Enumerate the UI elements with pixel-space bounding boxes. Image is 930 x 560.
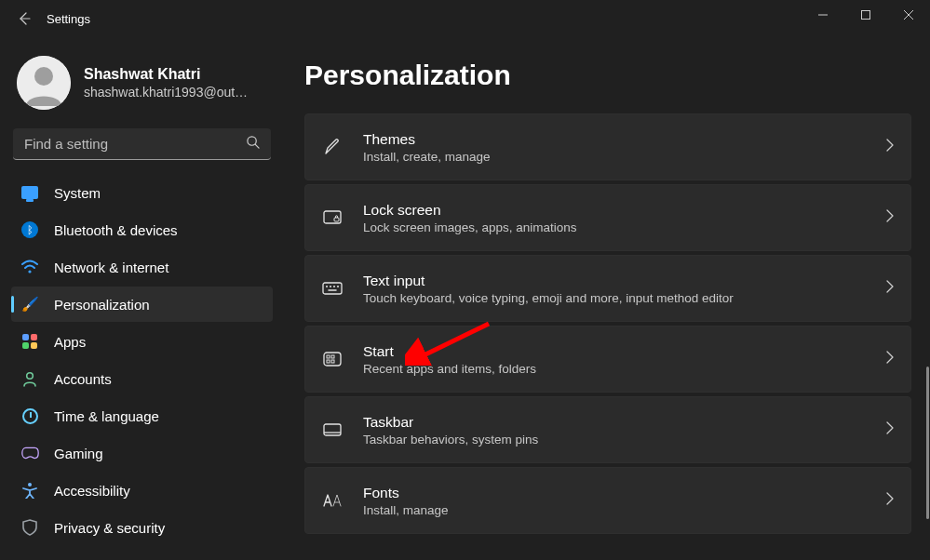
sidebar-item-time[interactable]: Time & language — [11, 398, 273, 433]
chevron-right-icon — [886, 280, 894, 297]
card-subtitle: Install, create, manage — [363, 150, 866, 164]
sidebar-item-label: Personalization — [54, 297, 150, 313]
gamepad-icon — [20, 444, 39, 462]
card-taskbar[interactable]: Taskbar Taskbar behaviors, system pins — [304, 396, 911, 463]
card-lockscreen[interactable]: Lock screen Lock screen images, apps, an… — [304, 184, 911, 251]
card-fonts[interactable]: Fonts Install, manage — [304, 467, 911, 534]
accessibility-icon — [20, 481, 39, 500]
arrow-left-icon — [17, 11, 32, 26]
card-title: Taskbar — [363, 414, 866, 431]
clock-icon — [20, 407, 39, 425]
pencil-icon — [322, 138, 343, 156]
sidebar-item-label: Gaming — [54, 446, 103, 461]
card-subtitle: Taskbar behaviors, system pins — [363, 433, 866, 447]
search-input[interactable] — [24, 136, 246, 152]
card-title: Themes — [363, 131, 866, 148]
svg-rect-22 — [331, 355, 334, 358]
sidebar-item-network[interactable]: Network & internet — [11, 249, 273, 285]
shield-icon — [20, 518, 39, 537]
svg-line-8 — [255, 144, 259, 148]
close-icon — [904, 10, 913, 20]
sidebar-item-label: Apps — [54, 334, 86, 350]
window-controls — [802, 0, 930, 30]
card-textinput[interactable]: Text input Touch keyboard, voice typing,… — [304, 255, 911, 322]
maximize-icon — [861, 10, 870, 20]
person-icon — [20, 369, 39, 388]
svg-rect-25 — [324, 424, 341, 435]
wifi-icon — [20, 258, 39, 276]
sidebar-item-gaming[interactable]: Gaming — [11, 435, 273, 471]
profile-email: shashwat.khatri1993@out… — [84, 84, 248, 101]
sidebar-item-label: Privacy & security — [54, 520, 165, 536]
card-subtitle: Touch keyboard, voice typing, emoji and … — [363, 291, 866, 305]
svg-rect-21 — [327, 355, 330, 358]
titlebar: Settings — [0, 0, 930, 37]
maximize-button[interactable] — [844, 0, 887, 30]
start-icon — [322, 352, 343, 367]
svg-rect-2 — [862, 11, 870, 20]
svg-point-9 — [28, 270, 31, 273]
fonts-icon — [322, 493, 343, 508]
close-button[interactable] — [887, 0, 930, 30]
card-title: Lock screen — [363, 202, 866, 219]
search-box[interactable] — [13, 128, 271, 160]
sidebar-item-bluetooth[interactable]: ᛒ Bluetooth & devices — [11, 212, 273, 247]
profile-name: Shashwat Khatri — [84, 64, 248, 85]
svg-rect-24 — [331, 360, 334, 363]
chevron-right-icon — [886, 351, 894, 367]
sidebar-item-apps[interactable]: Apps — [11, 324, 273, 359]
search-icon — [246, 135, 260, 153]
scrollbar-thumb[interactable] — [926, 367, 929, 519]
svg-rect-14 — [323, 283, 342, 294]
card-start[interactable]: Start Recent apps and items, folders — [304, 326, 911, 393]
svg-point-10 — [27, 373, 34, 380]
profile-block[interactable]: Shashwat Khatri shashwat.khatri1993@out… — [11, 45, 273, 127]
svg-rect-13 — [334, 218, 339, 221]
bluetooth-icon: ᛒ — [20, 220, 39, 239]
avatar — [17, 56, 71, 110]
minimize-icon — [818, 10, 828, 20]
svg-point-11 — [28, 483, 32, 487]
paintbrush-icon: 🖌️ — [20, 295, 39, 313]
user-avatar-icon — [17, 56, 71, 110]
svg-point-6 — [34, 67, 53, 86]
main-panel: Personalization Themes Install, create, … — [284, 37, 930, 560]
chevron-right-icon — [886, 492, 894, 509]
keyboard-icon — [322, 282, 343, 295]
card-subtitle: Install, manage — [363, 503, 866, 517]
card-subtitle: Lock screen images, apps, animations — [363, 220, 866, 234]
taskbar-icon — [322, 423, 343, 436]
sidebar-item-label: Time & language — [54, 408, 159, 424]
card-themes[interactable]: Themes Install, create, manage — [304, 113, 911, 180]
chevron-right-icon — [886, 139, 894, 155]
sidebar-item-label: Network & internet — [54, 260, 168, 275]
sidebar-item-accounts[interactable]: Accounts — [11, 361, 273, 396]
back-button[interactable] — [13, 7, 35, 30]
sidebar-item-accessibility[interactable]: Accessibility — [11, 473, 273, 508]
sidebar-item-label: Accessibility — [54, 483, 130, 499]
chevron-right-icon — [886, 209, 894, 226]
chevron-right-icon — [886, 421, 894, 438]
sidebar-item-privacy[interactable]: Privacy & security — [11, 510, 273, 545]
app-title: Settings — [47, 12, 90, 26]
svg-point-7 — [248, 137, 256, 145]
monitor-icon — [20, 183, 39, 202]
card-subtitle: Recent apps and items, folders — [363, 362, 866, 376]
lockscreen-icon — [322, 210, 343, 225]
sidebar-item-label: System — [54, 185, 101, 201]
svg-rect-23 — [327, 360, 330, 363]
sidebar-item-system[interactable]: System — [11, 175, 273, 210]
sidebar-item-label: Bluetooth & devices — [54, 222, 178, 238]
card-title: Text input — [363, 273, 866, 289]
sidebar: Shashwat Khatri shashwat.khatri1993@out…… — [0, 37, 284, 560]
apps-icon — [20, 332, 39, 351]
sidebar-item-label: Accounts — [54, 371, 112, 387]
minimize-button[interactable] — [802, 0, 844, 30]
settings-cards: Themes Install, create, manage Lock scre… — [304, 113, 911, 534]
sidebar-item-personalization[interactable]: 🖌️ Personalization — [11, 287, 273, 322]
svg-rect-20 — [324, 353, 341, 366]
card-title: Start — [363, 343, 866, 360]
page-title: Personalization — [304, 60, 911, 91]
card-title: Fonts — [363, 485, 866, 501]
nav-list: System ᛒ Bluetooth & devices Network & i… — [11, 175, 273, 545]
